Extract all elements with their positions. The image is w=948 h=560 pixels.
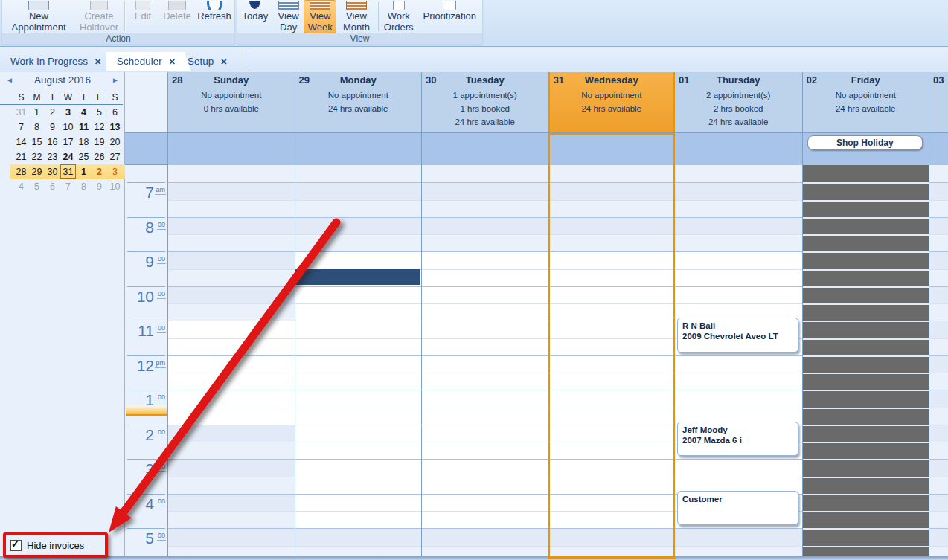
mini-calendar-date[interactable]: 1 xyxy=(29,105,45,120)
time-slot[interactable] xyxy=(295,528,422,545)
time-slot[interactable] xyxy=(168,200,295,217)
day-header-wednesday[interactable]: 31WednesdayNo appointment24 hrs availabl… xyxy=(548,72,676,132)
time-slot[interactable] xyxy=(295,286,422,303)
mini-calendar-date[interactable]: 8 xyxy=(76,179,92,194)
mini-calendar-date[interactable]: 3 xyxy=(60,105,76,120)
prev-month-icon[interactable]: ◄ xyxy=(6,76,13,84)
time-slot[interactable] xyxy=(168,182,295,199)
time-slot[interactable] xyxy=(929,321,948,338)
mini-calendar-date[interactable]: 15 xyxy=(29,135,45,149)
time-slot[interactable] xyxy=(929,442,948,459)
time-slot[interactable] xyxy=(295,425,422,442)
time-slot[interactable] xyxy=(422,459,548,476)
time-slot[interactable] xyxy=(675,217,802,234)
close-icon[interactable]: ✕ xyxy=(95,57,101,66)
close-icon[interactable]: ✕ xyxy=(169,57,176,66)
day-header-03[interactable]: 03 xyxy=(929,72,948,132)
time-slot[interactable] xyxy=(168,355,295,373)
time-slot[interactable] xyxy=(675,165,802,182)
time-slot[interactable] xyxy=(803,390,929,407)
time-slot[interactable] xyxy=(929,269,948,286)
time-slot[interactable] xyxy=(422,165,548,182)
mini-calendar-date[interactable]: 5 xyxy=(92,105,107,120)
time-slot[interactable] xyxy=(675,355,802,373)
selected-time-slot[interactable] xyxy=(295,269,421,285)
time-slot[interactable] xyxy=(422,234,548,251)
mini-calendar-date[interactable]: 31 xyxy=(13,105,29,120)
time-slot[interactable] xyxy=(929,528,948,545)
time-slot[interactable] xyxy=(803,425,929,442)
time-slot[interactable] xyxy=(550,355,674,373)
time-slot[interactable] xyxy=(422,390,548,407)
time-slot[interactable] xyxy=(675,182,802,199)
mini-calendar-date[interactable]: 25 xyxy=(76,149,92,164)
time-slot[interactable] xyxy=(295,373,422,390)
time-slot[interactable] xyxy=(675,286,802,303)
time-slot[interactable] xyxy=(422,182,548,199)
time-slot[interactable] xyxy=(675,459,802,476)
mini-calendar-date[interactable]: 2 xyxy=(92,164,107,179)
time-slot[interactable] xyxy=(929,182,948,199)
time-slot[interactable] xyxy=(803,459,929,476)
time-slot[interactable] xyxy=(168,442,295,459)
mini-calendar-date[interactable]: 20 xyxy=(107,135,123,149)
tab-work-in-progress[interactable]: Work In Progress✕ xyxy=(0,52,124,71)
allday-cell[interactable] xyxy=(929,133,948,165)
time-slot[interactable] xyxy=(422,200,548,217)
mini-calendar-date[interactable]: 31 xyxy=(60,164,76,179)
mini-calendar-date[interactable]: 4 xyxy=(76,105,92,120)
time-slot[interactable] xyxy=(550,234,674,251)
mini-calendar-date[interactable]: 28 xyxy=(13,164,29,179)
mini-calendar-date[interactable]: 12 xyxy=(92,120,107,135)
time-slot[interactable] xyxy=(550,459,674,476)
time-slot[interactable] xyxy=(295,165,422,182)
time-slot[interactable] xyxy=(422,269,548,286)
time-slot[interactable] xyxy=(168,390,295,407)
day-header-sunday[interactable]: 28SundayNo appointment0 hrs available xyxy=(167,72,295,132)
time-slot[interactable] xyxy=(929,234,948,251)
mini-calendar-date[interactable]: 5 xyxy=(29,179,45,194)
time-slot[interactable] xyxy=(295,321,422,338)
mini-calendar-date[interactable]: 22 xyxy=(29,149,45,164)
time-slot[interactable] xyxy=(422,442,548,459)
time-slot[interactable] xyxy=(422,425,548,442)
time-slot[interactable] xyxy=(550,528,674,545)
time-slot[interactable] xyxy=(929,251,948,268)
time-slot[interactable] xyxy=(803,165,929,182)
time-slot[interactable] xyxy=(803,494,929,511)
ribbon-button-work-orders[interactable]: WorkOrders xyxy=(380,0,417,33)
time-slot[interactable] xyxy=(803,442,929,459)
time-slot[interactable] xyxy=(168,286,295,303)
ribbon-button-view-day[interactable]: ViewDay xyxy=(273,0,304,33)
time-slot[interactable] xyxy=(422,321,548,338)
mini-calendar-date[interactable]: 23 xyxy=(45,149,60,164)
time-slot[interactable] xyxy=(550,408,674,425)
time-slot[interactable] xyxy=(803,477,929,494)
day-header-tuesday[interactable]: 30Tuesday1 appointment(s)1 hrs booked24 … xyxy=(421,72,548,132)
time-slot[interactable] xyxy=(803,200,929,217)
time-slot[interactable] xyxy=(550,200,674,217)
time-slot[interactable] xyxy=(295,511,422,528)
time-slot[interactable] xyxy=(803,528,929,545)
ribbon-button-prioritization[interactable]: Prioritization xyxy=(417,0,482,33)
time-slot[interactable] xyxy=(295,217,422,234)
time-slot[interactable] xyxy=(929,477,948,494)
ribbon-button-refresh[interactable]: Refresh xyxy=(195,0,234,33)
time-slot[interactable] xyxy=(422,355,548,373)
time-slot[interactable] xyxy=(675,251,802,268)
time-slot[interactable] xyxy=(929,494,948,511)
mini-calendar-date[interactable]: 6 xyxy=(45,179,60,194)
time-slot[interactable] xyxy=(929,217,948,234)
time-slot[interactable] xyxy=(803,338,929,355)
time-slot[interactable] xyxy=(168,425,295,442)
time-slot[interactable] xyxy=(929,373,948,390)
mini-calendar-date[interactable]: 9 xyxy=(92,179,107,194)
time-slot[interactable] xyxy=(803,234,929,251)
tab-scheduler[interactable]: Scheduler✕ xyxy=(106,52,191,71)
appointment[interactable]: Jeff Moody2007 Mazda 6 i xyxy=(677,422,798,457)
time-slot[interactable] xyxy=(168,269,295,286)
time-slot[interactable] xyxy=(803,217,929,234)
time-slot[interactable] xyxy=(422,286,548,303)
time-slot[interactable] xyxy=(675,528,802,545)
time-slot[interactable] xyxy=(803,303,929,321)
